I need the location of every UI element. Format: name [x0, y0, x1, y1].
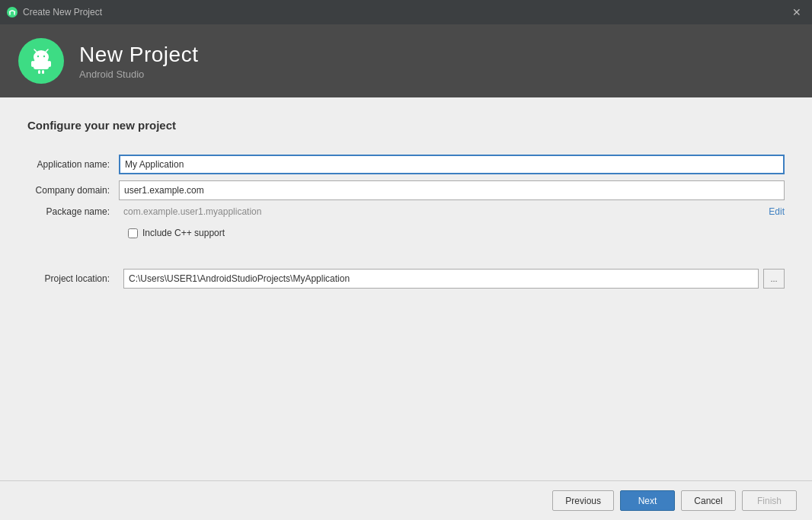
header-title: New Project — [79, 43, 198, 67]
svg-rect-10 — [42, 70, 44, 74]
title-bar: Create New Project ✕ — [0, 0, 812, 24]
form-area: Application name: Company domain: Packag… — [27, 155, 785, 238]
project-location-area: Project location: ... — [27, 269, 785, 289]
svg-rect-9 — [38, 70, 40, 74]
svg-line-4 — [34, 49, 37, 52]
app-icon — [6, 6, 18, 18]
cancel-button[interactable]: Cancel — [681, 490, 736, 511]
close-button[interactable]: ✕ — [788, 5, 806, 19]
package-name-value: com.example.user1.myapplication Edit — [119, 206, 785, 217]
company-domain-label: Company domain: — [27, 185, 119, 196]
project-location-input[interactable] — [123, 269, 759, 289]
svg-line-5 — [46, 49, 48, 52]
header-text: New Project Android Studio — [79, 43, 198, 80]
android-logo — [18, 38, 64, 84]
package-name-label: Package name: — [27, 206, 119, 217]
svg-point-3 — [43, 56, 45, 57]
android-icon — [27, 46, 56, 75]
project-location-label: Project location: — [27, 273, 119, 284]
svg-point-2 — [37, 56, 39, 57]
next-button[interactable]: Next — [620, 490, 675, 511]
application-name-input[interactable] — [119, 155, 785, 174]
section-title: Configure your new project — [27, 119, 785, 132]
svg-point-0 — [7, 7, 18, 18]
previous-button[interactable]: Previous — [552, 490, 614, 511]
header-banner: New Project Android Studio — [0, 24, 812, 97]
project-location-row: Project location: ... — [27, 269, 785, 289]
application-name-row: Application name: — [27, 155, 785, 174]
header-subtitle: Android Studio — [79, 69, 198, 80]
company-domain-input[interactable] — [119, 180, 785, 200]
footer: Previous Next Cancel Finish — [0, 480, 812, 520]
edit-package-link[interactable]: Edit — [769, 206, 785, 217]
title-bar-text: Create New Project — [6, 6, 102, 18]
main-content: Configure your new project Application n… — [0, 97, 812, 480]
package-name-row: Package name: com.example.user1.myapplic… — [27, 206, 785, 217]
browse-button[interactable]: ... — [763, 269, 785, 289]
svg-rect-6 — [34, 60, 49, 69]
cpp-support-row: Include C++ support — [128, 228, 785, 238]
cpp-support-label[interactable]: Include C++ support — [142, 228, 225, 238]
svg-rect-7 — [31, 61, 34, 67]
cpp-support-checkbox[interactable] — [128, 228, 138, 238]
application-name-label: Application name: — [27, 159, 119, 170]
company-domain-row: Company domain: — [27, 180, 785, 200]
title-bar-label: Create New Project — [23, 7, 102, 18]
svg-rect-8 — [48, 61, 51, 67]
finish-button[interactable]: Finish — [742, 490, 797, 511]
